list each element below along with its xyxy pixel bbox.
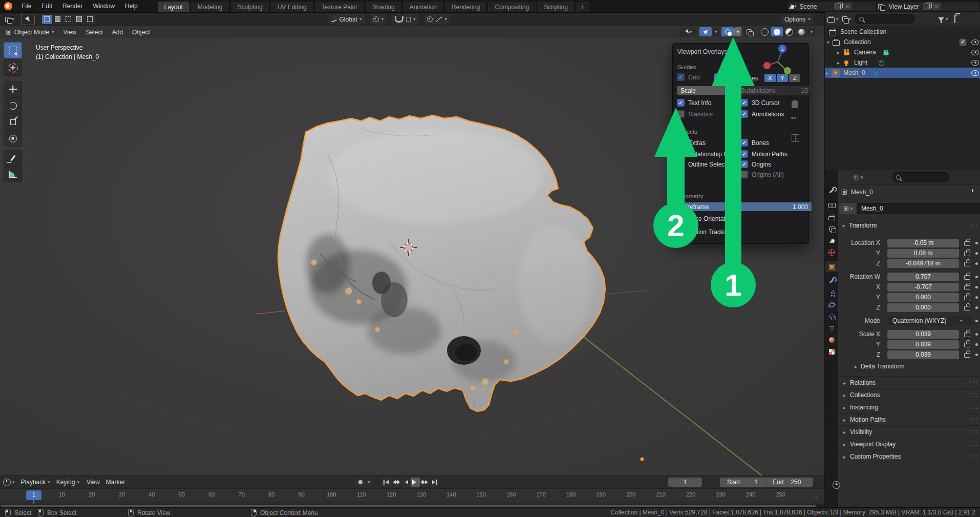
row-label[interactable]: Collection	[844, 38, 871, 46]
menu-window[interactable]: Window	[88, 0, 120, 12]
animate-dot[interactable]	[975, 333, 978, 336]
lock-icon[interactable]	[964, 285, 970, 290]
row-label[interactable]: Mesh_0	[843, 69, 865, 76]
props-tab-output[interactable]	[825, 212, 838, 222]
menu-keying[interactable]: Keying	[56, 479, 79, 486]
menu-edit[interactable]: Edit	[36, 0, 57, 12]
outliner-row-mesh0[interactable]: ▼ Mesh_0 ▽	[825, 68, 980, 78]
delta-transform-section[interactable]: Delta Transform	[855, 363, 904, 370]
collapse-arrow[interactable]: ‹	[815, 493, 817, 500]
navigation-gizmo[interactable]: Z	[759, 41, 795, 77]
tab-modeling[interactable]: Modeling	[190, 1, 230, 12]
gizmo-x-axis[interactable]	[763, 62, 771, 69]
expand-icon[interactable]	[827, 38, 829, 46]
hide-eye-icon[interactable]	[971, 39, 979, 45]
select-mode-extend[interactable]	[53, 15, 63, 24]
origins-toggle[interactable]: Origins	[740, 160, 771, 168]
mesh-skull[interactable]	[276, 113, 609, 415]
row-label[interactable]: Light	[854, 59, 867, 66]
statistics-checkbox[interactable]	[677, 110, 685, 118]
text-info-toggle[interactable]: Text Info	[677, 99, 711, 107]
drag-grip[interactable]	[970, 222, 977, 229]
editor-type-button[interactable]	[2, 17, 17, 22]
lock-icon[interactable]	[964, 353, 970, 358]
menu-help[interactable]: Help	[120, 0, 143, 12]
drag-grip[interactable]	[970, 404, 977, 411]
animate-dot[interactable]	[975, 276, 978, 278]
outline-selected-checkbox[interactable]	[677, 160, 685, 168]
auto-key-button[interactable]	[356, 478, 365, 487]
floor-toggle[interactable]: Floor	[714, 73, 739, 81]
tool-measure[interactable]	[4, 166, 22, 182]
expand-icon[interactable]	[826, 69, 828, 76]
section-custom-properties[interactable]: Custom Properties	[838, 450, 980, 463]
floor-checkbox[interactable]	[714, 73, 721, 81]
motion-tracking-checkbox[interactable]	[677, 228, 685, 236]
shading-wireframe-button[interactable]	[759, 27, 771, 36]
bones-toggle[interactable]: Bones	[740, 139, 769, 147]
auto-key-dropdown[interactable]	[366, 478, 372, 487]
tab-shading[interactable]: Shading	[365, 1, 402, 12]
tab-layout[interactable]: Layout	[157, 1, 190, 12]
drag-grip[interactable]	[970, 416, 977, 423]
annotations-toggle[interactable]: Annotations	[740, 110, 784, 118]
transform-panel-header[interactable]: Transform	[838, 219, 980, 232]
gizmo-y-axis[interactable]	[784, 67, 791, 74]
extras-toggle[interactable]: Extras	[677, 139, 706, 147]
grid-scale-slider[interactable]: Scale1.000	[677, 86, 744, 95]
tab-rendering[interactable]: Rendering	[444, 1, 487, 12]
tab-animation[interactable]: Animation	[402, 1, 444, 12]
lock-icon[interactable]	[964, 306, 970, 311]
jump-to-start-button[interactable]	[381, 478, 391, 487]
prev-keyframe-button[interactable]	[391, 478, 400, 487]
props-tab-modifiers[interactable]	[825, 276, 838, 286]
stopwatch-icon[interactable]	[833, 481, 840, 489]
next-keyframe-button[interactable]	[420, 478, 430, 487]
tab-uv-editing[interactable]: UV Editing	[270, 1, 314, 12]
grid-checkbox[interactable]	[677, 73, 685, 81]
props-tab-material[interactable]	[825, 335, 838, 345]
gizmos-toggle[interactable]	[699, 27, 712, 36]
options-dropdown[interactable]: Options	[781, 14, 814, 25]
origins-all-toggle[interactable]: Origins (All)	[740, 171, 784, 178]
shading-dropdown[interactable]	[808, 27, 815, 36]
remove-view-layer-button[interactable]: ×	[932, 3, 941, 10]
tool-transform[interactable]	[4, 130, 22, 147]
props-tab-texture[interactable]	[825, 346, 838, 357]
annotations-checkbox[interactable]	[740, 110, 748, 118]
tool-scale[interactable]	[4, 114, 22, 130]
view-layer-selector[interactable]: View Layer ×	[877, 1, 980, 12]
section-instancing[interactable]: Instancing	[838, 401, 980, 413]
outliner-search-input[interactable]	[855, 14, 914, 24]
timeline-ruler[interactable]: 1020304050607080901001101201301401501601…	[0, 488, 824, 502]
animate-dot[interactable]	[975, 306, 978, 309]
lock-icon[interactable]	[964, 252, 970, 256]
menu-view[interactable]: View	[87, 479, 100, 486]
outliner-row-light[interactable]: Light	[825, 57, 980, 68]
copy-scene-button[interactable]	[834, 3, 843, 10]
scene-selector[interactable]: Scene ×	[787, 1, 877, 12]
section-viewport-display[interactable]: Viewport Display	[838, 438, 980, 450]
animate-dot[interactable]	[975, 320, 978, 322]
properties-search-input[interactable]	[892, 172, 949, 182]
grid-subdivisions-slider[interactable]: Subdivisions10	[737, 86, 812, 95]
blender-logo-icon[interactable]	[4, 2, 12, 10]
transform-orientation-dropdown[interactable]: Global	[328, 14, 365, 25]
props-tab-physics[interactable]	[825, 299, 838, 310]
end-frame-field[interactable]: 250	[791, 479, 801, 486]
outliner-row-collection[interactable]: Collection	[825, 37, 980, 47]
props-tab-particles[interactable]	[825, 287, 838, 298]
lock-icon[interactable]	[964, 343, 970, 347]
rotation-x-field[interactable]: -0.707	[887, 283, 959, 292]
motion-paths-toggle[interactable]: Motion Paths	[740, 150, 787, 158]
section-relations[interactable]: Relations	[838, 376, 980, 389]
object-name-field[interactable]: Mesh_0	[857, 203, 980, 214]
props-tab-object-data[interactable]: ▽	[825, 323, 838, 334]
face-orientation-toggle[interactable]: Face Orientation	[677, 215, 734, 222]
play-reverse-button[interactable]	[401, 478, 410, 487]
play-button[interactable]	[411, 478, 420, 487]
xray-toggle[interactable]	[743, 27, 755, 36]
shading-rendered-button[interactable]	[796, 27, 807, 36]
tab-compositing[interactable]: Compositing	[487, 1, 536, 12]
menu-view[interactable]: View	[59, 29, 81, 36]
